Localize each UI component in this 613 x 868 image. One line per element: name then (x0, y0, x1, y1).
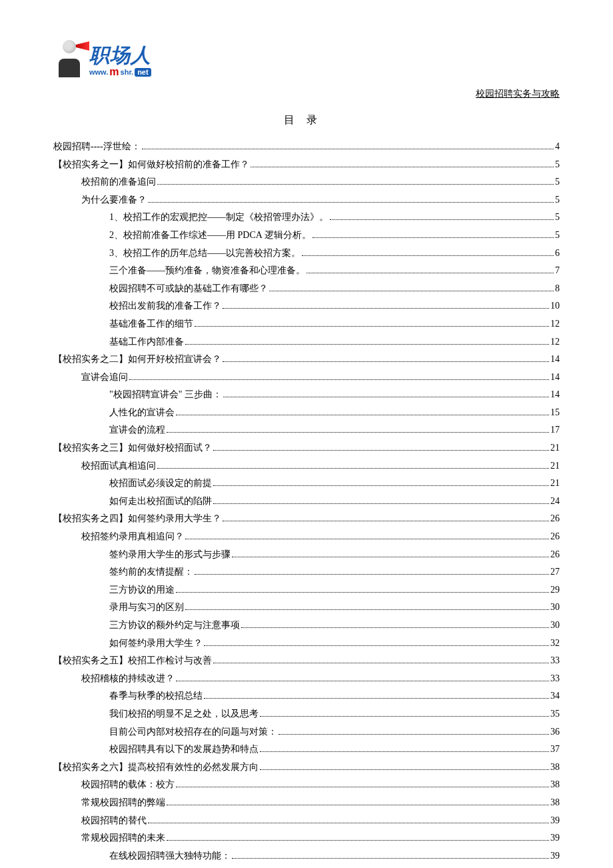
toc-leader-dots (185, 609, 549, 610)
toc-entry[interactable]: 校招面试真相追问21 (53, 457, 560, 475)
toc-leader-dots (223, 361, 549, 362)
toc-entry-page: 39 (550, 865, 560, 868)
toc-leader-dots (176, 681, 549, 681)
toc-leader-dots (260, 769, 549, 770)
toc-entry[interactable]: 常规校园招聘的弊端38 (53, 794, 560, 812)
toc-entry-page: 34 (550, 687, 560, 705)
toc-entry-label: 1、校招工作的宏观把控——制定《校招管理办法》。 (109, 209, 328, 227)
toc-entry[interactable]: 校园招聘不可或缺的基础工作有哪些？8 (53, 280, 560, 298)
toc-entry[interactable]: 【校招实务之一】如何做好校招前的准备工作？5 (53, 156, 560, 174)
toc-entry[interactable]: 目前公司内部对校招存在的问题与对策：36 (53, 723, 560, 741)
toc-entry-label: 签约前的友情提醒： (109, 563, 193, 581)
toc-entry-page: 39 (550, 847, 560, 865)
toc-entry-label: 三方协议的用途 (109, 581, 175, 599)
toc-entry[interactable]: 校园招聘的替代39 (53, 812, 560, 830)
toc-entry-page: 24 (550, 493, 560, 511)
toc-entry[interactable]: 基础工作内部准备12 (53, 333, 560, 351)
toc-entry[interactable]: 宣讲会的流程17 (53, 421, 560, 439)
toc-entry[interactable]: 3、校招工作的历年总结——以完善校招方案。6 (53, 245, 560, 263)
toc-entry-page: 39 (550, 829, 560, 847)
toc-leader-dots (204, 698, 549, 699)
logo-url-net: net (135, 68, 151, 77)
toc-entry[interactable]: "校园招聘宣讲会" 三步曲：14 (53, 386, 560, 404)
document-title-header: 校园招聘实务与攻略 (53, 85, 560, 103)
toc-entry-label: 常规校园招聘的弊端 (81, 794, 165, 812)
toc-entry-label: 校招前的准备追问 (81, 173, 156, 191)
toc-entry[interactable]: 校招签约录用真相追问？26 (53, 528, 560, 546)
toc-entry-page: 5 (555, 209, 560, 227)
toc-entry[interactable]: 基础准备工作的细节12 (53, 315, 560, 333)
toc-entry[interactable]: 人性化的宣讲会15 (53, 404, 560, 422)
toc-entry[interactable]: 校招面试必须设定的前提21 (53, 475, 560, 493)
toc-entry-page: 30 (550, 599, 560, 617)
toc-entry-label: 【校招实务之三】如何做好校招面试？ (53, 439, 212, 457)
toc-entry-page: 6 (555, 245, 560, 263)
toc-leader-dots (185, 539, 549, 539)
toc-leader-dots (232, 557, 549, 557)
toc-entry[interactable]: 在线校园招聘强大独特功能：39 (53, 847, 560, 865)
toc-entry[interactable]: 校园招聘----浮世绘：4 (53, 138, 560, 156)
toc-entry[interactable]: 如何签约录用大学生？32 (53, 635, 560, 653)
toc-entry[interactable]: 三方协议的额外约定与注意事项30 (53, 617, 560, 635)
toc-entry[interactable]: 宣讲会追问14 (53, 369, 560, 387)
toc-entry[interactable]: 为什么要准备？5 (53, 191, 560, 209)
toc-entry-label: 校园招聘不可或缺的基础工作有哪些？ (109, 280, 268, 298)
toc-leader-dots (204, 645, 549, 646)
site-logo: 职场人 www. m shr. net (53, 40, 560, 77)
toc-entry[interactable]: 常规互联网站和【职场人】www.mshr.net 的区别：39 (53, 865, 560, 868)
toc-leader-dots (232, 858, 549, 859)
toc-entry[interactable]: 常规校园招聘的未来39 (53, 829, 560, 847)
toc-entry-page: 10 (550, 297, 560, 315)
toc-entry-label: 3、校招工作的历年总结——以完善校招方案。 (109, 245, 301, 263)
toc-entry-label: 校园招聘----浮世绘： (53, 138, 141, 156)
toc-entry[interactable]: 三个准备——预约准备，物资准备和心理准备。7 (53, 262, 560, 280)
toc-entry-page: 7 (555, 262, 560, 280)
toc-entry-page: 12 (550, 333, 560, 351)
toc-entry-page: 5 (555, 156, 560, 174)
toc-entry-page: 21 (550, 475, 560, 493)
toc-leader-dots (223, 308, 549, 309)
toc-entry[interactable]: 【校招实务之三】如何做好校招面试？21 (53, 439, 560, 457)
toc-entry[interactable]: 春季与秋季的校招总结34 (53, 687, 560, 705)
toc-leader-dots (241, 627, 549, 628)
toc-entry[interactable]: 【校招实务之四】如何签约录用大学生？26 (53, 510, 560, 528)
toc-entry[interactable]: 三方协议的用途29 (53, 581, 560, 599)
toc-entry-page: 21 (550, 439, 560, 457)
toc-entry[interactable]: 【校招实务之五】校招工作检讨与改善33 (53, 652, 560, 670)
toc-entry[interactable]: 2、校招前准备工作综述——用 PDCA 逻辑分析。5 (53, 227, 560, 245)
toc-leader-dots (167, 840, 549, 841)
toc-entry-page: 5 (555, 227, 560, 245)
toc-entry[interactable]: 校招稽核的持续改进？33 (53, 670, 560, 688)
toc-entry[interactable]: 校招出发前我的准备工作？10 (53, 297, 560, 315)
toc-entry-page: 17 (550, 421, 560, 439)
toc-entry-page: 37 (550, 741, 560, 759)
table-of-contents: 校园招聘----浮世绘：4【校招实务之一】如何做好校招前的准备工作？5校招前的准… (53, 138, 560, 868)
toc-entry[interactable]: 录用与实习的区别30 (53, 599, 560, 617)
toc-entry[interactable]: 我们校招的明显不足之处，以及思考35 (53, 705, 560, 723)
toc-entry[interactable]: 签约前的友情提醒：27 (53, 563, 560, 581)
toc-entry[interactable]: 签约录用大学生的形式与步骤26 (53, 546, 560, 564)
toc-entry[interactable]: 校园招聘具有以下的发展趋势和特点37 (53, 741, 560, 759)
toc-entry[interactable]: 【校招实务之六】提高校招有效性的必然发展方向38 (53, 759, 560, 777)
toc-entry-label: 我们校招的明显不足之处，以及思考 (109, 705, 259, 723)
toc-entry[interactable]: 校招前的准备追问5 (53, 173, 560, 191)
toc-leader-dots (269, 291, 554, 291)
logo-cn-text: 职场人 (89, 45, 151, 65)
toc-entry-page: 12 (550, 315, 560, 333)
toc-leader-dots (167, 805, 549, 805)
toc-entry-label: 三方协议的额外约定与注意事项 (109, 617, 240, 635)
toc-entry-label: 目前公司内部对校招存在的问题与对策： (109, 723, 277, 741)
toc-entry[interactable]: 1、校招工作的宏观把控——制定《校招管理办法》。5 (53, 209, 560, 227)
toc-leader-dots (129, 379, 549, 380)
toc-leader-dots (260, 751, 549, 752)
toc-entry[interactable]: 校园招聘的载体：校方38 (53, 776, 560, 794)
toc-entry-label: 校招稽核的持续改进？ (81, 670, 175, 688)
toc-entry-label: 【校招实务之二】如何开好校招宣讲会？ (53, 351, 221, 369)
toc-entry-page: 15 (550, 404, 560, 422)
toc-entry-page: 26 (550, 528, 560, 546)
toc-entry[interactable]: 如何走出校招面试的陷阱24 (53, 493, 560, 511)
toc-entry-page: 39 (550, 812, 560, 830)
toc-entry[interactable]: 【校招实务之二】如何开好校招宣讲会？14 (53, 351, 560, 369)
toc-entry-page: 29 (550, 581, 560, 599)
toc-entry-page: 8 (555, 280, 560, 298)
